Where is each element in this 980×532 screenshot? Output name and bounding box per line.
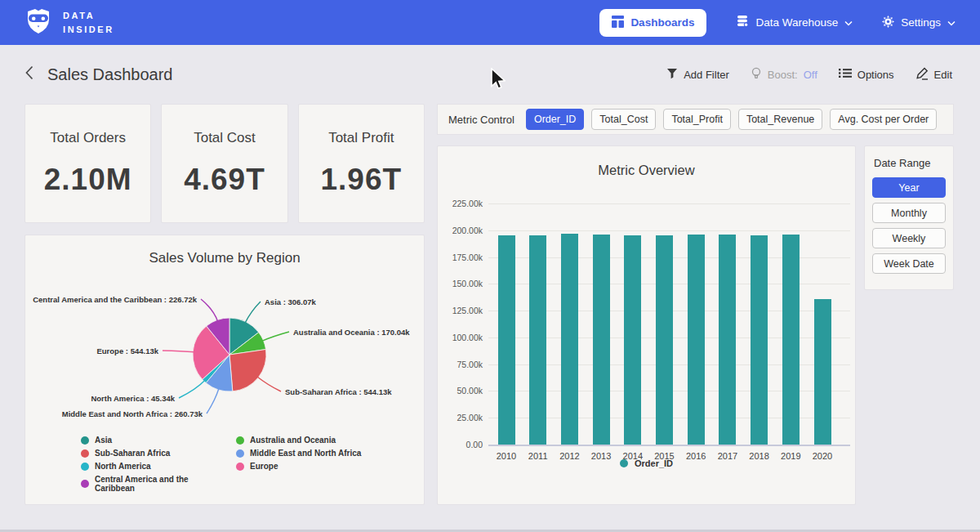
date-range-card: Date Range YearMonthlyWeeklyWeek Date [864,145,954,290]
bar-2018 [751,235,768,445]
bar-chart-title: Metric Overview [438,146,855,178]
metric-button-total-cost[interactable]: Total_Cost [591,109,656,130]
gear-icon [882,16,894,30]
y-axis-tick: 75.00k [438,360,483,369]
date-range-button-weekly[interactable]: Weekly [872,228,946,248]
pie-legend-item-sub-saharan-africa: Sub-Saharan Africa [81,449,223,458]
metric-control-label: Metric Control [448,114,514,126]
bar-2015 [656,235,673,445]
x-axis-tick: 2010 [490,451,523,461]
pie-slice-sub-saharan-africa [229,350,266,391]
dashboards-button[interactable]: Dashboards [599,9,706,37]
pie-label-north-america: North America : 45.34k [91,394,175,403]
x-axis-tick: 2011 [522,451,555,461]
date-range-button-monthly[interactable]: Monthly [872,203,946,223]
brand: DATA INSIDER [24,8,114,38]
database-icon [736,15,749,30]
legend-label: North America [95,462,151,471]
pie-legend-item-australia-and-oceania: Australia and Oceania [236,436,361,445]
legend-dot [81,480,89,488]
bar-2016 [688,235,705,445]
pie-leader-line [207,388,219,414]
page-header: Sales Dashboard Add Filter Boost: Off Op… [0,45,980,84]
chevron-down-icon [947,16,956,29]
x-axis-tick: 2020 [806,451,839,461]
y-axis-tick: 150.00k [438,279,483,288]
y-axis-tick: 225.00k [438,199,483,208]
legend-dot [236,463,244,471]
pie-legend-column: AsiaSub-Saharan AfricaNorth AmericaCentr… [81,436,223,493]
pie-label-europe: Europe : 544.13k [96,346,158,355]
funnel-icon [666,68,678,82]
pie-leader-line [245,302,261,323]
gridline [488,203,850,204]
pie-legend-item-middle-east-and-north-africa: Middle East and North Africa [236,449,361,458]
add-filter-button[interactable]: Add Filter [666,68,729,82]
pie-leader-line [163,351,194,352]
legend-label: Europe [250,462,278,471]
pie-leader-line [262,332,289,341]
date-range-button-year[interactable]: Year [872,177,946,198]
metric-control-bar: Metric Control Order_IDTotal_CostTotal_P… [437,104,954,135]
bar-2017 [719,235,736,445]
date-range-label: Date Range [874,157,946,169]
kpi-card-total-orders: Total Orders2.10M [24,104,151,223]
back-button[interactable] [24,65,34,84]
pie-legend-item-europe: Europe [236,462,361,471]
legend-label: Asia [95,436,112,445]
bar-2014 [624,235,641,445]
legend-dot [81,463,89,471]
pie-legend-item-north-america: North America [81,462,223,471]
legend-label: Australia and Oceania [250,436,336,445]
y-axis-tick: 0.00 [438,440,483,449]
pie-legend: AsiaSub-Saharan AfricaNorth AmericaCentr… [81,436,361,493]
kpi-label: Total Cost [194,130,256,146]
legend-label: Sub-Saharan Africa [95,449,170,458]
bar-chart-card: Metric Overview Order_ID 225.00k200.00k1… [437,145,856,505]
page-title: Sales Dashboard [47,65,172,84]
pie-label-central-america-and-the-caribbean: Central America and the Caribbean : 226.… [33,295,198,304]
y-axis-tick: 50.00k [438,386,483,396]
options-button[interactable]: Options [839,68,894,81]
pie-legend-item-asia: Asia [81,436,223,445]
bar-2013 [593,235,610,445]
kpi-label: Total Orders [50,130,126,146]
boost-balloon-icon [751,67,762,83]
x-axis-tick: 2015 [648,451,681,461]
bar-2011 [529,235,546,445]
kpi-row: Total Orders2.10MTotal Cost4.69TTotal Pr… [24,104,425,223]
metric-button-avg-cost-per-order[interactable]: Avg. Cost per Order [830,109,937,130]
edit-button[interactable]: Edit [915,67,952,83]
legend-dot [236,436,244,445]
y-axis-tick: 175.00k [438,253,483,262]
bar-2012 [561,234,578,445]
bar-2019 [782,235,800,445]
x-axis-tick: 2019 [774,451,807,461]
list-icon [839,68,852,81]
owl-logo-icon [24,8,52,38]
pie-leader-line [201,299,218,322]
pie-label-australia-and-oceania: Australia and Oceania : 170.04k [293,328,410,337]
pie-leader-line [179,380,205,398]
kpi-card-total-cost: Total Cost4.69T [161,104,287,223]
x-axis-tick: 2017 [711,451,744,461]
pie-leader-line [257,377,281,391]
legend-dot [81,436,89,445]
bar-2010 [498,235,515,445]
x-axis-tick: 2014 [617,451,649,461]
settings-menu[interactable]: Settings [882,16,956,30]
y-axis-tick: 100.00k [438,333,483,342]
y-axis-tick: 25.00k [438,413,483,422]
metric-button-order-id[interactable]: Order_ID [526,109,584,130]
pencil-icon [915,67,929,83]
chevron-down-icon [844,16,853,29]
boost-state: Off [804,69,817,81]
metric-button-total-profit[interactable]: Total_Profit [663,109,731,130]
data-warehouse-menu[interactable]: Data Warehouse [736,15,853,30]
metric-button-total-revenue[interactable]: Total_Revenue [738,109,822,130]
gridline [488,445,850,446]
boost-toggle[interactable]: Boost: Off [751,67,817,83]
x-axis-tick: 2013 [585,451,617,461]
legend-label: Central America and the Caribbean [95,475,223,493]
date-range-button-week-date[interactable]: Week Date [872,253,946,274]
